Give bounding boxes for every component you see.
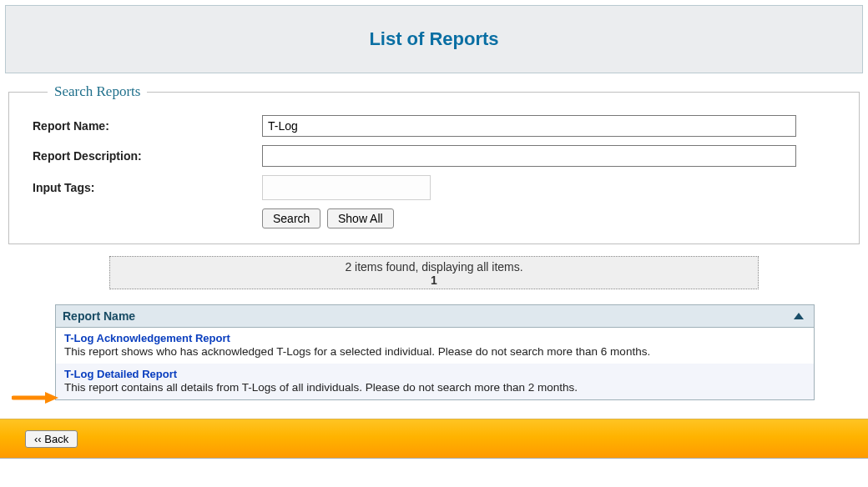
show-all-button[interactable]: Show All — [327, 208, 394, 228]
label-report-name: Report Name: — [33, 119, 262, 133]
back-button[interactable]: ‹‹ Back — [25, 430, 78, 448]
results-page-number: 1 — [110, 274, 758, 287]
label-report-description: Report Description: — [33, 149, 262, 163]
row-report-name: Report Name: — [33, 115, 835, 137]
row-report-description: Report Description: — [33, 145, 835, 167]
report-link[interactable]: T-Log Detailed Report — [64, 368, 177, 380]
input-report-description[interactable] — [262, 145, 796, 167]
sort-ascending-icon[interactable] — [794, 313, 804, 319]
search-legend: Search Reports — [48, 83, 147, 100]
table-row: T-Log Detailed Report This report contai… — [56, 364, 814, 399]
table-row: T-Log Acknowledgement Report This report… — [56, 328, 814, 364]
search-button-row: Search Show All — [262, 208, 835, 228]
report-link[interactable]: T-Log Acknowledgement Report — [64, 332, 230, 344]
arrow-annotation-icon — [12, 390, 58, 405]
input-report-name[interactable] — [262, 115, 796, 137]
action-bar: ‹‹ Back — [0, 419, 868, 459]
search-reports-fieldset: Search Reports Report Name: Report Descr… — [8, 83, 860, 244]
search-button[interactable]: Search — [262, 208, 320, 228]
label-input-tags: Input Tags: — [33, 181, 262, 194]
results-summary: 2 items found, displaying all items. 1 — [109, 256, 759, 289]
title-bar: List of Reports — [5, 5, 863, 73]
table-header[interactable]: Report Name — [56, 305, 814, 328]
report-description: This report contains all details from T-… — [64, 381, 578, 394]
results-table: Report Name T-Log Acknowledgement Report… — [55, 304, 815, 400]
report-description: This report shows who has acknowledged T… — [64, 345, 650, 358]
column-report-name[interactable]: Report Name — [63, 309, 135, 323]
results-summary-text: 2 items found, displaying all items. — [345, 260, 522, 274]
input-tags[interactable] — [262, 175, 431, 200]
page-title: List of Reports — [369, 28, 498, 50]
row-input-tags: Input Tags: — [33, 175, 835, 200]
